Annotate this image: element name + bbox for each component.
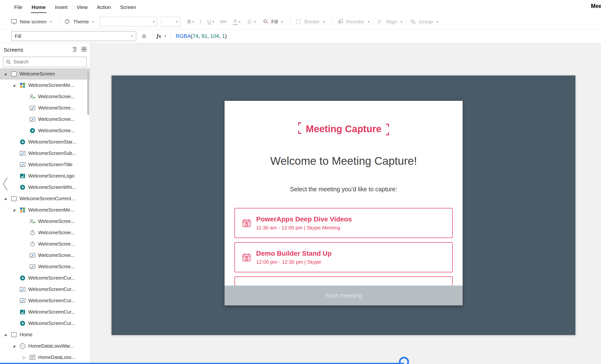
italic-label: I bbox=[200, 19, 201, 25]
canvas-area: Meeting Capture Welcome to Meeting Captu… bbox=[90, 43, 601, 364]
underline-button[interactable]: U▾ bbox=[207, 19, 214, 25]
tree-item-label: HomeDataLossWar... bbox=[28, 343, 74, 349]
people-icon bbox=[29, 218, 36, 225]
tree-item-welcomescreencur-[interactable]: WelcomeScreenCur... bbox=[0, 295, 90, 306]
tree-item-welcomescreencur-[interactable]: WelcomeScreenCur... bbox=[0, 318, 90, 329]
meeting-title: Demo Builder Stand Up bbox=[256, 250, 332, 257]
collapse-toggle-expanded[interactable] bbox=[3, 198, 11, 200]
collapse-toggle-expanded[interactable] bbox=[12, 345, 19, 347]
strikethrough-button[interactable]: abc bbox=[220, 19, 227, 24]
border-button[interactable]: Border ▾ bbox=[295, 19, 325, 25]
collapse-toggle-expanded[interactable] bbox=[12, 209, 19, 211]
chevron-down-icon: ▾ bbox=[436, 20, 438, 24]
formula-token-number: 1 bbox=[222, 33, 225, 39]
start-meeting-button[interactable]: Start meeting bbox=[225, 286, 463, 305]
question-icon: ? bbox=[19, 343, 26, 349]
tree-item-welcomescreenme-[interactable]: WelcomeScreenMe... bbox=[0, 80, 90, 91]
tree-view-icon[interactable] bbox=[72, 46, 78, 54]
grid-view-icon[interactable] bbox=[81, 46, 87, 54]
meeting-item[interactable]: Demo Builder Stand Up12:00 pm - 12:30 pm… bbox=[234, 242, 453, 272]
screen-icon bbox=[11, 195, 17, 202]
scrollbar-thumb[interactable] bbox=[87, 71, 89, 115]
tree-item-label: WelcomeScree... bbox=[38, 105, 75, 111]
collapse-toggle-expanded[interactable] bbox=[3, 73, 11, 75]
label-icon bbox=[29, 105, 36, 111]
tree-item-welcomescreencur-[interactable]: WelcomeScreenCur... bbox=[0, 306, 90, 318]
tree-item-label: Home bbox=[20, 332, 32, 337]
formula-input[interactable]: RGBA(74, 91, 104, 1) bbox=[176, 33, 227, 39]
canvas[interactable]: Meeting Capture Welcome to Meeting Captu… bbox=[111, 76, 575, 335]
menu-action[interactable]: Action bbox=[92, 0, 115, 14]
menu-insert[interactable]: Insert bbox=[50, 0, 72, 14]
collapse-toggle-collapsed[interactable]: ▷ bbox=[22, 355, 29, 359]
align-button[interactable]: Align ▾ bbox=[377, 19, 402, 25]
tree-item-welcomescreenstar-[interactable]: WelcomeScreenStar... bbox=[0, 136, 90, 148]
label-icon bbox=[29, 252, 36, 259]
tree-item-welcomescree-[interactable]: WelcomeScree... bbox=[0, 102, 90, 114]
group-button[interactable]: Group ▾ bbox=[410, 19, 438, 25]
tree-item-welcomescreenlogo[interactable]: WelcomeScreenLogo bbox=[0, 170, 90, 182]
gallery-icon bbox=[19, 207, 26, 213]
menu-screen[interactable]: Screen bbox=[115, 0, 141, 14]
tree-item-home[interactable]: Home bbox=[0, 329, 90, 340]
border-label: Border bbox=[304, 19, 320, 25]
tree-item-welcomescree-[interactable]: WelcomeScree... bbox=[0, 227, 90, 238]
tree-item-welcomescreen[interactable]: WelcomeScreen bbox=[0, 68, 90, 80]
window-title-truncated: Mee bbox=[591, 3, 601, 10]
tree-item-welcomescreencur-[interactable]: WelcomeScreenCur... bbox=[0, 284, 90, 295]
font-family-select[interactable]: ▾ bbox=[100, 17, 157, 27]
tree-item-homedatalosswar-[interactable]: ?HomeDataLossWar... bbox=[0, 340, 90, 352]
meeting-item[interactable]: PowerApps Deep Dive Videos11:30 am - 12:… bbox=[234, 208, 453, 238]
font-size-select[interactable]: ▾ bbox=[161, 17, 180, 27]
tree-item-label: WelcomeScree... bbox=[38, 253, 75, 258]
meeting-title: PowerApps Deep Dive Videos bbox=[256, 215, 352, 223]
tree-item-welcomescreencurrent-[interactable]: WelcomeScreenCurrent... bbox=[0, 193, 90, 204]
label-icon bbox=[19, 161, 26, 168]
screens-panel-header: Screens bbox=[4, 45, 87, 55]
chevron-down-icon: ▾ bbox=[401, 20, 402, 24]
bold-button[interactable]: B▾ bbox=[187, 19, 194, 25]
property-selector[interactable]: Fill ▾ bbox=[12, 31, 136, 41]
tree-item-welcomescreensub-[interactable]: WelcomeScreenSub... bbox=[0, 148, 90, 159]
text-align-button[interactable]: ▾ bbox=[246, 19, 256, 25]
tree-item-homedataloss-[interactable]: ▷HomeDataLoss... bbox=[0, 352, 90, 363]
tree-item-welcomescree-[interactable]: WelcomeScree... bbox=[0, 238, 90, 250]
tree-item-welcomescreenme-[interactable]: WelcomeScreenMe... bbox=[0, 204, 90, 216]
tree-item-welcomescree-[interactable]: WelcomeScree... bbox=[0, 91, 90, 102]
menu-home[interactable]: Home bbox=[27, 0, 50, 14]
tree-item-welcomescree-[interactable]: WelcomeScree... bbox=[0, 216, 90, 227]
font-color-button[interactable]: A▾ bbox=[233, 18, 240, 25]
chevron-down-icon: ▾ bbox=[50, 20, 52, 24]
tree-item-welcomescreencur-[interactable]: WelcomeScreenCur... bbox=[0, 272, 90, 284]
label-icon bbox=[29, 116, 36, 123]
tree-item-welcomescree-[interactable]: WelcomeScree... bbox=[0, 261, 90, 272]
tree-item-label: WelcomeScree... bbox=[38, 128, 75, 134]
fill-button[interactable]: Fill ▾ bbox=[262, 19, 283, 25]
menu-view[interactable]: View bbox=[72, 0, 92, 14]
collapse-toggle-expanded[interactable] bbox=[12, 84, 19, 86]
italic-button[interactable]: I bbox=[200, 19, 201, 25]
underline-label: U bbox=[207, 19, 211, 25]
chevron-down-icon: ▾ bbox=[192, 20, 194, 24]
video-progress-bar[interactable] bbox=[0, 363, 404, 364]
formula-token-number: 74 bbox=[192, 33, 198, 39]
chevron-down-icon: ▾ bbox=[92, 20, 94, 24]
tree-item-welcomescree-[interactable]: WelcomeScree... bbox=[0, 250, 90, 261]
tree-item-welcomescree-[interactable]: WelcomeScree... bbox=[0, 114, 90, 125]
collapse-toggle-expanded[interactable] bbox=[3, 334, 11, 336]
menu-file[interactable]: File bbox=[10, 0, 27, 14]
panel-collapse-chevron[interactable] bbox=[2, 177, 9, 191]
tree-item-welcomescreenwhi-[interactable]: WelcomeScreenWhi... bbox=[0, 182, 90, 193]
tree-item-welcomescreentitle[interactable]: WelcomeScreenTitle bbox=[0, 159, 90, 170]
search-input[interactable] bbox=[13, 59, 84, 65]
tree-item-label: WelcomeScree... bbox=[38, 264, 75, 269]
reorder-button[interactable]: Reorder ▾ bbox=[337, 19, 370, 25]
font-color-icon: A bbox=[233, 18, 238, 25]
tree-item-welcomescree-[interactable]: WelcomeScree... bbox=[0, 125, 90, 136]
divider bbox=[290, 17, 291, 27]
chevron-down-icon: ▾ bbox=[254, 20, 256, 24]
menu-bar: FileHomeInsertViewActionScreen bbox=[0, 0, 601, 14]
new-screen-button[interactable]: New screen ▾ bbox=[11, 19, 52, 25]
fx-dropdown[interactable]: fx ▾ bbox=[152, 31, 170, 41]
theme-button[interactable]: Theme ▾ bbox=[64, 19, 94, 25]
